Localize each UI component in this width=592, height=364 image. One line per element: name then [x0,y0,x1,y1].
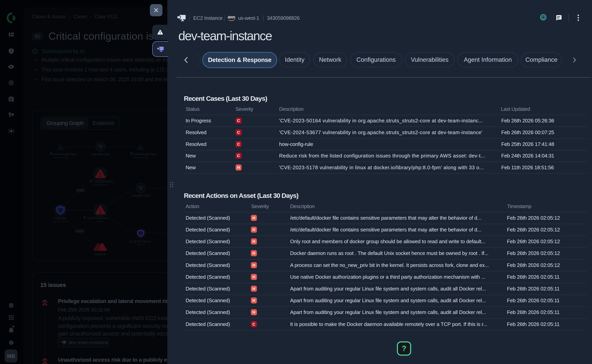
svg-text:aws: aws [228,14,235,20]
